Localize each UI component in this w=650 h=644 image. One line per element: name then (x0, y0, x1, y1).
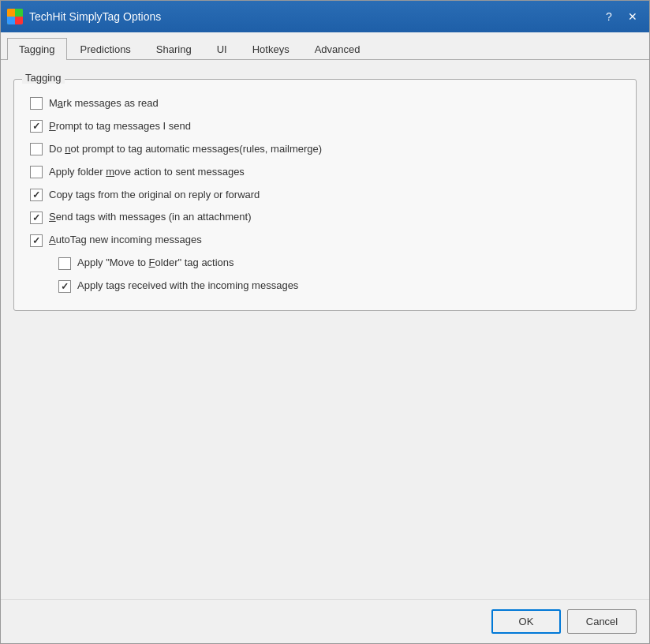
main-window: TechHit SimplyTag Options ? ✕ Tagging Pr… (0, 0, 650, 644)
tab-tagging[interactable]: Tagging (7, 38, 67, 60)
window-title: TechHit SimplyTag Options (29, 10, 161, 23)
checkbox-apply-received-tags-input[interactable] (58, 280, 71, 293)
tab-sharing[interactable]: Sharing (144, 38, 204, 60)
tagging-group: Tagging Mark messages as read Prompt to … (13, 79, 637, 311)
app-icon (7, 9, 23, 24)
title-bar-buttons: ? ✕ (599, 6, 643, 27)
checkbox-copy-tags-input[interactable] (30, 189, 43, 201)
tab-bar: Tagging Predictions Sharing UI Hotkeys A… (1, 32, 649, 60)
checkbox-copy-tags[interactable]: Copy tags from the original on reply or … (30, 184, 620, 207)
tab-predictions[interactable]: Predictions (69, 38, 143, 60)
checkbox-autotag[interactable]: AutoTag new incoming messages (30, 229, 620, 252)
checkbox-apply-folder-label: Apply folder move action to sent message… (49, 166, 245, 179)
tab-ui[interactable]: UI (205, 38, 239, 60)
checkbox-autotag-input[interactable] (30, 234, 43, 247)
close-button[interactable]: ✕ (622, 6, 643, 27)
checkbox-autotag-label: AutoTag new incoming messages (49, 234, 202, 247)
checkbox-no-prompt-auto-input[interactable] (30, 143, 43, 155)
checkbox-mark-read-input[interactable] (30, 97, 43, 110)
tab-hotkeys[interactable]: Hotkeys (241, 38, 301, 60)
checkbox-apply-move[interactable]: Apply "Move to Folder" tag actions (58, 252, 620, 275)
group-title: Tagging (22, 72, 65, 84)
checkbox-apply-move-label: Apply "Move to Folder" tag actions (77, 256, 234, 270)
checkbox-mark-read[interactable]: Mark messages as read (30, 92, 620, 115)
checkbox-apply-folder[interactable]: Apply folder move action to sent message… (30, 161, 620, 184)
tab-advanced[interactable]: Advanced (303, 38, 372, 60)
checkbox-prompt-send-label: Prompt to tag messages I send (49, 120, 191, 133)
checkbox-copy-tags-label: Copy tags from the original on reply or … (49, 189, 260, 202)
checkbox-prompt-send-input[interactable] (30, 120, 43, 133)
title-bar-left: TechHit SimplyTag Options (7, 9, 161, 24)
checkbox-apply-received-tags-label: Apply tags received with the incoming me… (77, 279, 298, 293)
checkbox-prompt-send[interactable]: Prompt to tag messages I send (30, 115, 620, 138)
footer: OK Cancel (1, 599, 649, 643)
title-bar: TechHit SimplyTag Options ? ✕ (1, 1, 649, 32)
checkbox-mark-read-label: Mark messages as read (49, 97, 159, 110)
help-button[interactable]: ? (599, 6, 619, 27)
checkbox-send-tags[interactable]: Send tags with messages (in an attachmen… (30, 206, 620, 229)
checkbox-apply-folder-input[interactable] (30, 166, 43, 178)
checkbox-apply-received-tags[interactable]: Apply tags received with the incoming me… (58, 275, 620, 298)
content-area: Tagging Mark messages as read Prompt to … (1, 60, 649, 599)
ok-button[interactable]: OK (491, 609, 561, 634)
checkbox-apply-move-input[interactable] (58, 257, 71, 270)
cancel-button[interactable]: Cancel (567, 609, 637, 634)
checkbox-no-prompt-auto-label: Do not prompt to tag automatic messages(… (49, 143, 322, 156)
checkbox-no-prompt-auto[interactable]: Do not prompt to tag automatic messages(… (30, 138, 620, 161)
checkbox-send-tags-input[interactable] (30, 212, 43, 224)
checkbox-send-tags-label: Send tags with messages (in an attachmen… (49, 211, 252, 224)
